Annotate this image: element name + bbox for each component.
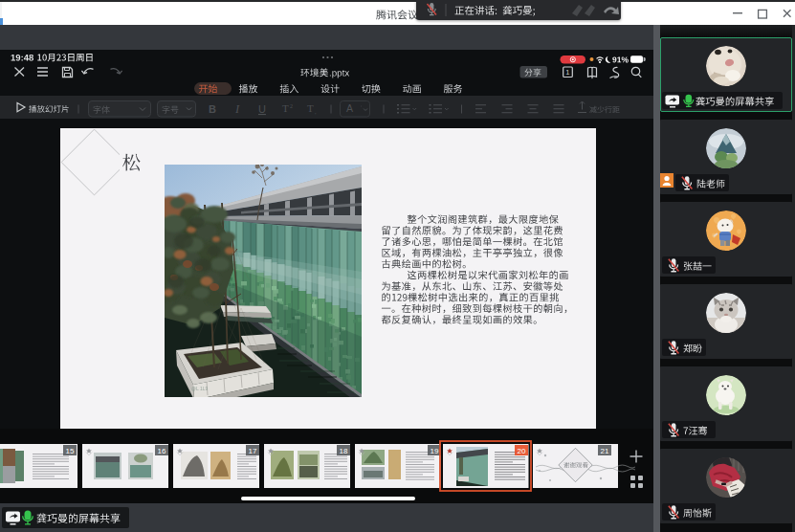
svg-text:@L 1L9: @L 1L9 [191,386,209,391]
svg-text:17: 17 [249,447,257,455]
svg-text:15: 15 [66,447,75,455]
svg-text:18: 18 [340,447,348,455]
svg-text:21: 21 [601,447,609,455]
svg-text:19: 19 [431,447,439,455]
svg-text:20: 20 [518,447,526,455]
svg-text:16: 16 [158,447,166,455]
